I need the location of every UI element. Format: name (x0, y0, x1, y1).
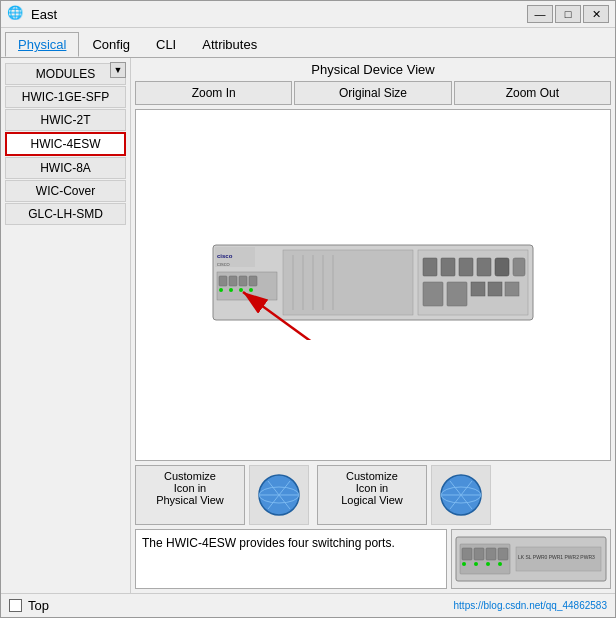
sidebar-item-hwic2t[interactable]: HWIC-2T (5, 109, 126, 131)
svg-rect-7 (239, 276, 247, 286)
tab-config[interactable]: Config (79, 32, 143, 57)
sidebar-item-hwic8a[interactable]: HWIC-8A (5, 157, 126, 179)
hwic-module-svg: LK SL PWR0 PWR1 PWR2 PWR3 (454, 532, 609, 587)
sidebar-item-hwic1ge[interactable]: HWIC-1GE-SFP (5, 86, 126, 108)
svg-rect-6 (229, 276, 237, 286)
main-window: 🌐 East — □ ✕ Physical Config CLI Attribu… (0, 0, 616, 618)
svg-rect-45 (462, 548, 472, 560)
zoom-in-button[interactable]: Zoom In (135, 81, 292, 105)
customize-physical-label: Customize Icon in Physical View (156, 470, 224, 506)
device-view: cisco CISCO (135, 109, 611, 461)
svg-point-10 (229, 288, 233, 292)
panel-title: Physical Device View (135, 62, 611, 77)
tab-cli[interactable]: CLI (143, 32, 189, 57)
svg-rect-25 (513, 258, 525, 276)
sidebar-item-wiccover[interactable]: WIC-Cover (5, 180, 126, 202)
svg-rect-46 (474, 548, 484, 560)
title-bar: 🌐 East — □ ✕ (1, 1, 615, 28)
url-text: https://blog.csdn.net/qq_44862583 (454, 600, 607, 611)
svg-rect-20 (423, 258, 437, 276)
content-area: MODULES HWIC-1GE-SFP HWIC-2T HWIC-4ESW H… (1, 58, 615, 593)
bottom-controls: Customize Icon in Physical View (135, 465, 611, 525)
svg-text:CISCO: CISCO (217, 262, 230, 267)
customize-physical-button[interactable]: Customize Icon in Physical View (135, 465, 245, 525)
svg-rect-22 (459, 258, 473, 276)
tab-physical[interactable]: Physical (5, 32, 79, 57)
svg-rect-5 (219, 276, 227, 286)
svg-rect-28 (471, 282, 485, 296)
sidebar-scroll[interactable]: MODULES HWIC-1GE-SFP HWIC-2T HWIC-4ESW H… (3, 62, 128, 589)
svg-rect-30 (505, 282, 519, 296)
maximize-button[interactable]: □ (555, 5, 581, 23)
svg-rect-8 (249, 276, 257, 286)
customize-logical-button[interactable]: Customize Icon in Logical View (317, 465, 427, 525)
svg-point-51 (486, 562, 490, 566)
top-checkbox[interactable] (9, 599, 22, 612)
svg-rect-21 (441, 258, 455, 276)
sidebar: MODULES HWIC-1GE-SFP HWIC-2T HWIC-4ESW H… (1, 58, 131, 593)
svg-rect-23 (477, 258, 491, 276)
scroll-down-button[interactable]: ▼ (110, 62, 126, 78)
bottom-bar: Top https://blog.csdn.net/qq_44862583 (1, 593, 615, 617)
svg-point-11 (239, 288, 243, 292)
tabs-bar: Physical Config CLI Attributes (1, 28, 615, 58)
svg-rect-48 (498, 548, 508, 560)
app-icon: 🌐 (7, 5, 25, 23)
window-controls: — □ ✕ (527, 5, 609, 23)
zoom-out-button[interactable]: Zoom Out (454, 81, 611, 105)
svg-point-12 (249, 288, 253, 292)
router-svg: cisco CISCO (203, 230, 543, 340)
svg-rect-26 (423, 282, 443, 306)
sidebar-item-hwic4esw[interactable]: HWIC-4ESW (5, 132, 126, 156)
svg-point-49 (462, 562, 466, 566)
window-title: East (31, 7, 527, 22)
svg-text:cisco: cisco (217, 253, 233, 259)
sidebar-item-glclhsmd[interactable]: GLC-LH-SMD (5, 203, 126, 225)
original-size-button[interactable]: Original Size (294, 81, 451, 105)
router-logical-icon (436, 470, 486, 520)
svg-point-50 (474, 562, 478, 566)
svg-rect-29 (488, 282, 502, 296)
module-image: LK SL PWR0 PWR1 PWR2 PWR3 (451, 529, 611, 589)
router-physical-icon (254, 470, 304, 520)
logical-icon-display (431, 465, 491, 525)
svg-rect-24 (495, 258, 509, 276)
customize-logical-label: Customize Icon in Logical View (341, 470, 403, 506)
minimize-button[interactable]: — (527, 5, 553, 23)
info-text: The HWIC-4ESW provides four switching po… (135, 529, 447, 589)
close-button[interactable]: ✕ (583, 5, 609, 23)
svg-text:LK SL PWR0 PWR1 PWR2 PWR3: LK SL PWR0 PWR1 PWR2 PWR3 (518, 554, 595, 560)
info-section: The HWIC-4ESW provides four switching po… (135, 529, 611, 589)
zoom-controls: Zoom In Original Size Zoom Out (135, 81, 611, 105)
svg-point-52 (498, 562, 502, 566)
tab-attributes[interactable]: Attributes (189, 32, 270, 57)
top-label: Top (28, 598, 49, 613)
physical-icon-display (249, 465, 309, 525)
sidebar-item-modules[interactable]: MODULES (5, 63, 126, 85)
main-panel: Physical Device View Zoom In Original Si… (131, 58, 615, 593)
svg-rect-47 (486, 548, 496, 560)
svg-rect-27 (447, 282, 467, 306)
svg-point-9 (219, 288, 223, 292)
